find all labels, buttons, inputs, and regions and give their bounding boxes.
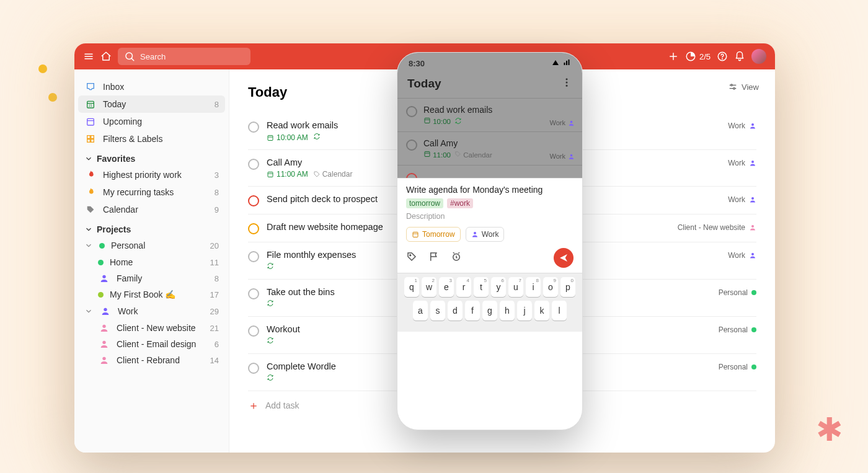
sidebar-item-project[interactable]: Family8 [92,270,225,286]
person-icon [99,306,112,316]
sidebar-count: 17 [210,290,219,299]
compose-title[interactable]: Write agenda for Monday's meeting [406,185,574,195]
project-dot-icon [98,260,104,265]
compose-chip-project[interactable]: #work [447,198,473,208]
keyboard-key[interactable]: 3e [439,277,454,297]
keyboard-key[interactable]: a [413,301,428,320]
sidebar-item-today[interactable]: 21 Today 8 [78,95,225,113]
more-icon[interactable] [561,77,572,91]
keyboard-key[interactable]: g [482,301,497,320]
sidebar-item-fav[interactable]: Calendar 9 [78,201,225,218]
flag-icon[interactable] [428,251,440,265]
sidebar-item-project[interactable]: Work 29 [78,303,225,320]
home-icon[interactable] [100,51,112,62]
task-checkbox[interactable] [248,325,259,337]
sidebar-item-project[interactable]: My First Book ✍️17 [92,286,225,303]
task-checkbox[interactable] [248,363,259,374]
productivity-pill[interactable]: 2/5 [685,51,711,62]
compose-project-button[interactable]: Work [466,227,505,242]
keyboard-key[interactable]: l [552,301,567,320]
sidebar-label: Calendar [103,205,138,214]
sidebar-item-project[interactable]: Client - Email design6 [92,336,225,352]
task-checkbox[interactable] [248,223,259,234]
svg-point-23 [102,325,105,328]
avatar[interactable] [751,49,766,64]
phone-task-row[interactable]: Call Amy 11:00 Calendar Work [397,131,582,165]
sidebar-item-upcoming[interactable]: Upcoming [78,113,225,130]
menu-icon[interactable] [83,51,94,62]
label-icon[interactable] [406,251,417,265]
keyboard-key[interactable]: 1q [404,277,419,297]
help-icon[interactable] [717,51,728,62]
keyboard-key[interactable]: h [500,301,515,320]
keyboard-key[interactable]: d [448,301,463,320]
send-button[interactable] [554,248,574,268]
task-checkbox[interactable] [248,251,259,262]
compose-date-button[interactable]: Tomorrow [406,227,461,242]
compose-project-label: Work [482,230,499,239]
sidebar-label: Client - Email design [117,339,196,349]
reminder-icon[interactable] [451,251,462,265]
compose-chip-date[interactable]: tomorrow [406,198,443,208]
task-tag[interactable]: Work [728,195,756,204]
task-tag[interactable]: Work [728,159,756,167]
sidebar-item-inbox[interactable]: Inbox [78,78,225,95]
flame-icon [84,170,97,180]
keyboard-key[interactable]: 8i [526,277,541,297]
sidebar-item-fav[interactable]: My recurring tasks 8 [78,183,225,201]
view-label: View [742,82,759,92]
compose-description[interactable]: Description [406,212,574,221]
sidebar-label: Personal [111,241,145,250]
svg-point-35 [751,161,754,163]
sidebar-label: Client - New website [117,323,196,333]
phone-status-icons [551,59,571,68]
phone-task-row[interactable]: Read work emails 10:00 Work [397,98,582,131]
task-tag[interactable]: Client - New website [678,223,756,232]
svg-point-38 [751,253,754,255]
person-icon [98,323,110,333]
svg-rect-48 [413,232,418,237]
sidebar-section-projects[interactable]: Projects [78,218,225,237]
svg-text:21: 21 [89,104,92,107]
sidebar-item-project[interactable]: Home11 [92,254,225,270]
task-checkbox[interactable] [406,173,417,178]
task-tag[interactable]: Personal [719,288,756,297]
svg-point-50 [474,232,476,234]
keyboard-key[interactable]: k [534,301,549,320]
keyboard-key[interactable]: 0p [560,277,575,297]
sidebar-item-project[interactable]: Personal 20 [78,237,225,254]
phone-title: Today [407,77,441,91]
svg-point-21 [102,275,105,278]
task-checkbox[interactable] [248,159,259,170]
task-tag[interactable]: Personal [719,363,756,371]
keyboard-key[interactable]: 4r [456,277,471,297]
task-checkbox[interactable] [248,195,259,206]
bell-icon[interactable] [734,51,745,62]
view-button[interactable]: View [728,82,759,92]
task-checkbox[interactable] [248,122,259,133]
keyboard-key[interactable]: 2w [422,277,436,297]
phone-task-row[interactable] [397,165,582,178]
sidebar-section-favorites[interactable]: Favorites [78,148,225,166]
svg-point-51 [410,255,411,256]
search-box[interactable] [118,48,250,65]
task-checkbox[interactable] [406,106,417,117]
sidebar-item-fav[interactable]: Highest priority work 3 [78,166,225,183]
task-tag[interactable]: Work [728,122,756,130]
keyboard-key[interactable]: j [517,301,532,320]
keyboard-key[interactable]: 7u [508,277,523,297]
keyboard-key[interactable]: 9o [543,277,558,297]
sidebar-item-project[interactable]: Client - New website21 [92,320,225,336]
keyboard-key[interactable]: f [465,301,480,320]
keyboard-key[interactable]: s [430,301,445,320]
add-icon[interactable] [668,51,679,62]
sidebar-item-filters[interactable]: Filters & Labels [78,130,225,148]
keyboard-key[interactable]: 6y [491,277,506,297]
keyboard-key[interactable]: 5t [474,277,489,297]
task-tag[interactable]: Personal [719,325,756,334]
task-checkbox[interactable] [406,139,417,151]
sidebar-item-project[interactable]: Client - Rebrand14 [92,352,225,368]
task-tag[interactable]: Work [728,251,756,260]
task-checkbox[interactable] [248,288,259,299]
search-input[interactable] [140,52,244,61]
